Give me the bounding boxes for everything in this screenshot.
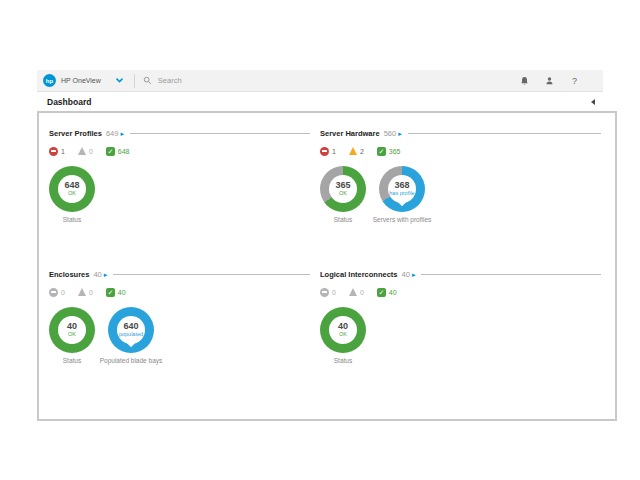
donut-status: OK bbox=[68, 331, 76, 339]
stat-count: 1 bbox=[61, 148, 65, 155]
donut-chart: 368 has profile bbox=[379, 166, 425, 212]
critical-icon bbox=[49, 147, 58, 156]
warning-stat[interactable]: 0 bbox=[78, 288, 93, 296]
critical-icon bbox=[320, 288, 329, 297]
warning-icon bbox=[78, 288, 86, 296]
help-icon[interactable]: ? bbox=[570, 76, 579, 85]
donut-value: 40 bbox=[338, 322, 348, 331]
critical-icon bbox=[320, 147, 329, 156]
header-rule bbox=[421, 274, 601, 275]
status-donut[interactable]: 40 OK Status bbox=[49, 307, 95, 364]
screen: hp HP OneView ? Dashboard bbox=[0, 0, 640, 480]
critical-stat[interactable]: 1 bbox=[320, 147, 336, 156]
section-count: 40 bbox=[93, 270, 101, 279]
donut-chart: 648 OK bbox=[49, 166, 95, 212]
ok-icon bbox=[377, 288, 386, 297]
header-rule bbox=[130, 133, 310, 134]
app-topbar: hp HP OneView ? bbox=[37, 70, 603, 92]
donut-value: 648 bbox=[64, 181, 79, 190]
enclosures-link[interactable]: Enclosures 40 ▸ bbox=[49, 270, 310, 279]
stat-count: 2 bbox=[360, 148, 364, 155]
donut-row: 40 OK Status bbox=[320, 307, 601, 364]
user-icon[interactable] bbox=[545, 76, 554, 85]
critical-icon bbox=[49, 288, 58, 297]
stat-count: 0 bbox=[332, 289, 336, 296]
status-summary: 1 2 365 bbox=[320, 146, 601, 156]
server-hardware-link[interactable]: Server Hardware 560 ▸ bbox=[320, 129, 601, 138]
warning-icon bbox=[349, 147, 357, 155]
donut-value: 365 bbox=[335, 181, 350, 190]
donut-label: Status bbox=[63, 216, 81, 223]
chevron-right-icon: ▸ bbox=[120, 130, 124, 137]
ok-stat[interactable]: 40 bbox=[106, 288, 126, 297]
section-count: 560 bbox=[384, 129, 397, 138]
stat-count: 0 bbox=[89, 148, 93, 155]
section-title: Server Hardware bbox=[320, 129, 380, 138]
app-title: HP OneView bbox=[61, 77, 101, 84]
donut-status: OK bbox=[68, 190, 76, 198]
donut-value: 640 bbox=[123, 322, 138, 331]
page-title: Dashboard bbox=[47, 97, 91, 107]
donut-label: Status bbox=[63, 357, 81, 364]
topbar-divider bbox=[134, 74, 135, 88]
header-rule bbox=[408, 133, 601, 134]
chevron-right-icon: ▸ bbox=[104, 271, 108, 278]
donut-row: 365 OK Status 368 has profile Ser bbox=[320, 166, 601, 223]
status-summary: 0 0 40 bbox=[320, 287, 601, 297]
section-count: 40 bbox=[402, 270, 410, 279]
collapse-panel-icon[interactable] bbox=[591, 99, 595, 105]
donut-label: Status bbox=[334, 216, 352, 223]
stat-count: 40 bbox=[389, 289, 397, 296]
stat-count: 0 bbox=[61, 289, 65, 296]
donut-status: populated bbox=[119, 331, 143, 339]
panel-enclosures: Enclosures 40 ▸ 0 0 40 bbox=[49, 270, 320, 419]
critical-stat[interactable]: 0 bbox=[49, 288, 65, 297]
status-summary: 0 0 40 bbox=[49, 287, 310, 297]
section-title: Server Profiles bbox=[49, 129, 102, 138]
critical-stat[interactable]: 0 bbox=[320, 288, 336, 297]
donut-value: 368 bbox=[394, 181, 409, 190]
profiles-donut[interactable]: 368 has profile Servers with profiles bbox=[379, 166, 425, 223]
donut-chart: 640 populated bbox=[108, 307, 154, 353]
stat-count: 365 bbox=[389, 148, 401, 155]
critical-stat[interactable]: 1 bbox=[49, 147, 65, 156]
ok-stat[interactable]: 40 bbox=[377, 288, 397, 297]
status-donut[interactable]: 365 OK Status bbox=[320, 166, 366, 223]
topbar-actions: ? bbox=[520, 76, 603, 85]
ok-icon bbox=[106, 147, 115, 156]
donut-label: Populated blade bays bbox=[100, 357, 163, 364]
ok-icon bbox=[106, 288, 115, 297]
ok-icon bbox=[377, 147, 386, 156]
warning-stat[interactable]: 0 bbox=[349, 288, 364, 296]
stat-count: 648 bbox=[118, 148, 130, 155]
warning-stat[interactable]: 0 bbox=[78, 147, 93, 155]
status-donut[interactable]: 648 OK Status bbox=[49, 166, 95, 223]
section-count: 649 bbox=[106, 129, 119, 138]
search-icon bbox=[143, 76, 152, 85]
ok-stat[interactable]: 648 bbox=[106, 147, 130, 156]
search-input[interactable] bbox=[156, 75, 360, 86]
stat-count: 40 bbox=[118, 289, 126, 296]
status-summary: 1 0 648 bbox=[49, 146, 310, 156]
chevron-right-icon: ▸ bbox=[398, 130, 402, 137]
server-profiles-link[interactable]: Server Profiles 649 ▸ bbox=[49, 129, 310, 138]
blade-bays-donut[interactable]: 640 populated Populated blade bays bbox=[108, 307, 154, 364]
donut-status: OK bbox=[339, 331, 347, 339]
bell-icon[interactable] bbox=[520, 76, 529, 85]
warning-icon bbox=[78, 147, 86, 155]
stat-count: 1 bbox=[332, 148, 336, 155]
donut-status: has profile bbox=[389, 190, 414, 198]
warning-stat[interactable]: 2 bbox=[349, 147, 364, 155]
status-donut[interactable]: 40 OK Status bbox=[320, 307, 366, 364]
donut-row: 40 OK Status 640 populated Popula bbox=[49, 307, 310, 364]
ok-stat[interactable]: 365 bbox=[377, 147, 401, 156]
section-title: Logical Interconnects bbox=[320, 270, 398, 279]
donut-status: OK bbox=[339, 190, 347, 198]
logical-interconnects-link[interactable]: Logical Interconnects 40 ▸ bbox=[320, 270, 601, 279]
search-box bbox=[143, 75, 520, 86]
panel-server-hardware: Server Hardware 560 ▸ 1 2 365 bbox=[320, 129, 611, 270]
chevron-down-icon[interactable] bbox=[115, 77, 124, 84]
hp-logo-icon[interactable]: hp bbox=[43, 74, 56, 87]
warning-icon bbox=[349, 288, 357, 296]
panel-server-profiles: Server Profiles 649 ▸ 1 0 648 bbox=[49, 129, 320, 270]
